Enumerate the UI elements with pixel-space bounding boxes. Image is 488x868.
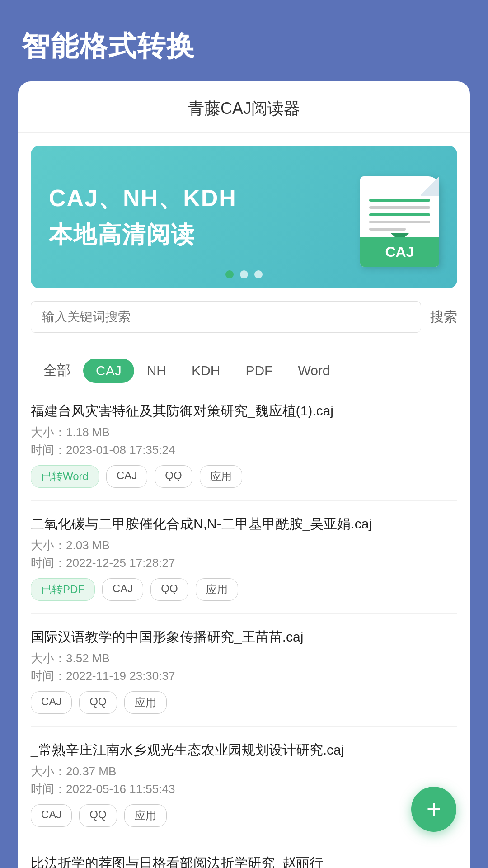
doc-label: CAJ (360, 237, 439, 267)
tag-caj[interactable]: CAJ (31, 691, 72, 714)
tab-kdh[interactable]: KDH (179, 359, 233, 383)
file-tags: 已转PDF CAJ QQ 应用 (31, 578, 457, 601)
dot-1[interactable] (225, 270, 234, 278)
tag-app[interactable]: 应用 (124, 804, 167, 827)
doc-line-3 (369, 213, 430, 216)
tag-app[interactable]: 应用 (196, 578, 238, 601)
file-time: 时间：2023-01-08 17:35:24 (31, 442, 457, 458)
main-card: 青藤CAJ阅读器 CAJ、NH、KDH 本地高清阅读 CAJ (18, 81, 470, 868)
file-list: 福建台风灾害特征及其防御对策研究_魏应植(1).caj 大小：1.18 MB 时… (18, 388, 470, 868)
page-title: 智能格式转换 (0, 0, 488, 81)
doc-lines (369, 199, 430, 235)
tab-all[interactable]: 全部 (31, 357, 83, 384)
dot-2[interactable] (240, 270, 248, 278)
list-item[interactable]: 国际汉语教学的中国形象传播研究_王苗苗.caj 大小：3.52 MB 时间：20… (31, 614, 457, 727)
banner-line1: CAJ、NH、KDH (49, 183, 349, 214)
banner: CAJ、NH、KDH 本地高清阅读 CAJ (31, 146, 457, 288)
list-item[interactable]: _常熟辛庄江南水乡观光生态农业园规划设计研究.caj 大小：20.37 MB 时… (31, 727, 457, 840)
doc-line-1 (369, 199, 430, 202)
tag-qq[interactable]: QQ (155, 465, 192, 488)
doc-line-5 (369, 228, 406, 231)
file-time: 时间：2022-11-19 23:30:37 (31, 668, 457, 684)
tab-word[interactable]: Word (285, 359, 343, 383)
search-bar: 搜索 (31, 301, 457, 344)
fab-add-button[interactable]: + (411, 787, 456, 832)
filter-tabs: 全部 CAJ NH KDH PDF Word (31, 357, 457, 384)
tag-converted-pdf[interactable]: 已转PDF (31, 578, 95, 601)
fab-plus-icon: + (427, 797, 441, 822)
file-time: 时间：2022-12-25 17:28:27 (31, 555, 457, 571)
file-size: 大小：1.18 MB (31, 425, 457, 440)
card-header: 青藤CAJ阅读器 (18, 81, 470, 133)
tab-caj[interactable]: CAJ (83, 359, 134, 383)
tab-nh[interactable]: NH (134, 359, 179, 383)
search-button[interactable]: 搜索 (430, 308, 457, 326)
file-time: 时间：2022-05-16 11:55:43 (31, 781, 457, 797)
file-name: 二氧化碳与二甲胺催化合成N,N-二甲基甲酰胺_吴亚娟.caj (31, 514, 457, 534)
file-tags: 已转Word CAJ QQ 应用 (31, 465, 457, 488)
tag-app[interactable]: 应用 (200, 465, 242, 488)
file-name: 福建台风灾害特征及其防御对策研究_魏应植(1).caj (31, 401, 457, 421)
banner-line2: 本地高清阅读 (49, 219, 349, 251)
tag-caj[interactable]: CAJ (106, 465, 147, 488)
file-size: 大小：2.03 MB (31, 538, 457, 553)
dot-3[interactable] (254, 270, 263, 278)
file-name: 比法折学的荐图与日格看部阅法折学研究_赵丽行 (31, 853, 457, 868)
list-item[interactable]: 福建台风灾害特征及其防御对策研究_魏应植(1).caj 大小：1.18 MB 时… (31, 388, 457, 501)
search-input[interactable] (31, 301, 421, 333)
file-size: 大小：3.52 MB (31, 651, 457, 666)
list-item[interactable]: 二氧化碳与二甲胺催化合成N,N-二甲基甲酰胺_吴亚娟.caj 大小：2.03 M… (31, 501, 457, 614)
tag-qq[interactable]: QQ (79, 691, 117, 714)
file-size: 大小：20.37 MB (31, 764, 457, 779)
tab-pdf[interactable]: PDF (233, 359, 285, 383)
tag-caj[interactable]: CAJ (102, 578, 143, 601)
tag-app[interactable]: 应用 (124, 691, 167, 714)
file-tags: CAJ QQ 应用 (31, 804, 457, 827)
doc-corner (419, 176, 439, 196)
tag-converted-word[interactable]: 已转Word (31, 465, 99, 488)
banner-dots (225, 270, 263, 278)
list-item[interactable]: 比法折学的荐图与日格看部阅法折学研究_赵丽行 (31, 840, 457, 868)
tag-qq[interactable]: QQ (79, 804, 117, 827)
doc-body: CAJ (360, 176, 439, 267)
file-name: _常熟辛庄江南水乡观光生态农业园规划设计研究.caj (31, 740, 457, 760)
file-name: 国际汉语教学的中国形象传播研究_王苗苗.caj (31, 627, 457, 647)
tag-qq[interactable]: QQ (150, 578, 188, 601)
banner-text: CAJ、NH、KDH 本地高清阅读 (49, 183, 349, 251)
doc-line-2 (369, 206, 430, 209)
doc-line-4 (369, 221, 430, 223)
doc-icon: CAJ (349, 167, 439, 267)
tag-caj[interactable]: CAJ (31, 804, 72, 827)
file-tags: CAJ QQ 应用 (31, 691, 457, 714)
